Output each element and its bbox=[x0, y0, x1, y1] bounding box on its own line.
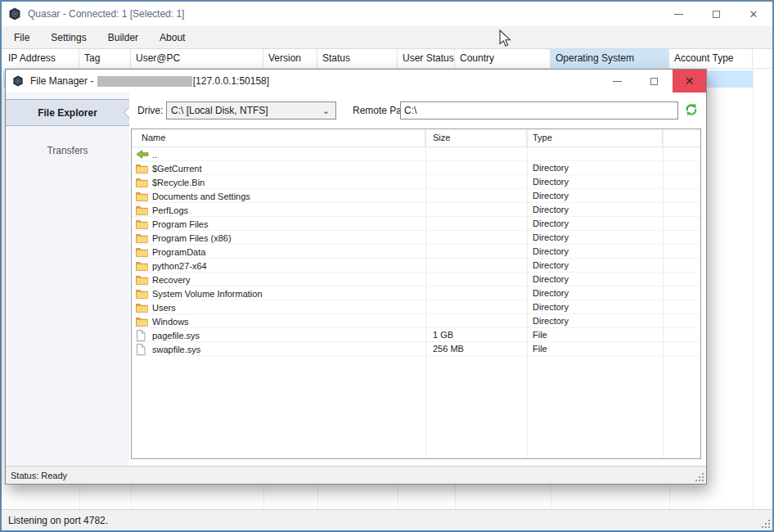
file-type: Directory bbox=[533, 189, 663, 203]
column-header-name[interactable]: Name bbox=[132, 129, 425, 147]
file-size bbox=[433, 175, 527, 189]
fm-maximize-button[interactable] bbox=[636, 70, 673, 92]
file-type: Directory bbox=[533, 203, 663, 217]
minimize-icon bbox=[613, 81, 622, 82]
file-name: Windows bbox=[152, 315, 189, 328]
file-size bbox=[433, 231, 527, 245]
chevron-down-icon: ⌄ bbox=[322, 106, 330, 116]
file-manager-title-prefix: File Manager - bbox=[30, 75, 97, 87]
menu-item-builder[interactable]: Builder bbox=[97, 26, 149, 48]
folder-icon bbox=[136, 246, 149, 257]
file-row[interactable]: Program Files (x86) Directory bbox=[132, 231, 700, 245]
file-row[interactable]: .. bbox=[132, 147, 700, 161]
file-type: Directory bbox=[533, 300, 663, 314]
file-size bbox=[433, 273, 527, 286]
file-row[interactable]: Users Directory bbox=[132, 300, 700, 314]
file-size bbox=[433, 147, 527, 161]
fm-status-text: Status: Ready bbox=[11, 471, 67, 480]
column-header-status[interactable]: Status bbox=[317, 49, 398, 69]
file-name: pagefile.sys bbox=[152, 329, 200, 342]
file-size bbox=[433, 314, 527, 328]
close-button[interactable]: ✕ bbox=[735, 2, 772, 26]
file-name: System Volume Information bbox=[152, 287, 263, 300]
file-list-header: Name Size Type bbox=[132, 129, 700, 147]
close-icon: ✕ bbox=[749, 9, 758, 20]
file-row[interactable]: python27-x64 Directory bbox=[132, 259, 700, 273]
maximize-icon bbox=[650, 78, 658, 85]
file-name: Users bbox=[152, 301, 176, 314]
file-name: swapfile.sys bbox=[152, 343, 200, 356]
file-icon bbox=[136, 330, 149, 340]
file-type: Directory bbox=[533, 259, 663, 273]
fm-close-button[interactable]: ✕ bbox=[673, 70, 706, 92]
quasar-logo-icon bbox=[12, 75, 24, 87]
file-row[interactable]: Program Files Directory bbox=[132, 217, 700, 231]
folder-icon bbox=[136, 191, 149, 201]
fm-minimize-button[interactable] bbox=[599, 70, 636, 92]
folder-icon bbox=[136, 232, 149, 243]
column-header-user-status[interactable]: User Status bbox=[398, 49, 455, 69]
file-row[interactable]: Windows Directory bbox=[132, 314, 700, 328]
column-header-version[interactable]: Version bbox=[263, 49, 317, 69]
column-header-country[interactable]: Country bbox=[455, 49, 551, 69]
menu-item-about[interactable]: About bbox=[149, 26, 196, 48]
resize-grip-icon[interactable] bbox=[761, 519, 771, 529]
file-type: Directory bbox=[533, 161, 663, 175]
quasar-logo-icon bbox=[8, 7, 21, 20]
minimize-button[interactable] bbox=[659, 2, 697, 26]
file-type: Directory bbox=[533, 286, 663, 300]
file-row[interactable]: Recovery Directory bbox=[132, 273, 700, 286]
file-size bbox=[433, 245, 527, 259]
column-header-ip-address[interactable]: IP Address bbox=[3, 49, 79, 69]
folder-icon bbox=[136, 205, 149, 215]
file-row[interactable]: pagefile.sys 1 GB File bbox=[132, 328, 700, 342]
file-type: Directory bbox=[533, 245, 663, 259]
drive-select[interactable]: C:\ [Local Disk, NTFS] ⌄ bbox=[166, 101, 336, 119]
folder-icon bbox=[136, 302, 149, 313]
resize-grip-icon[interactable] bbox=[695, 472, 704, 482]
file-size bbox=[433, 203, 527, 217]
file-type bbox=[533, 147, 663, 161]
file-row[interactable]: swapfile.sys 256 MB File bbox=[132, 342, 700, 356]
folder-icon bbox=[136, 219, 149, 229]
main-titlebar: Quasar - Connected: 1 [Selected: 1] ✕ bbox=[2, 2, 772, 26]
file-type: Directory bbox=[533, 231, 663, 245]
column-header-operating-system[interactable]: Operating System bbox=[551, 49, 669, 69]
file-explorer-panel: Drive: C:\ [Local Disk, NTFS] ⌄ Remote P… bbox=[129, 92, 706, 466]
refresh-icon bbox=[684, 102, 699, 117]
file-manager-statusbar: Status: Ready bbox=[6, 466, 706, 484]
column-header-user-pc[interactable]: User@PC bbox=[131, 49, 263, 69]
column-header-tag[interactable]: Tag bbox=[79, 49, 131, 69]
file-row[interactable]: $Recycle.Bin Directory bbox=[132, 175, 700, 189]
folder-icon bbox=[136, 316, 149, 327]
file-rows: .. $GetCurrent Directory $Recycle.Bin Di… bbox=[132, 147, 700, 356]
column-header-extra bbox=[663, 129, 700, 147]
file-row[interactable]: $GetCurrent Directory bbox=[132, 161, 700, 175]
column-header-account-type[interactable]: Account Type bbox=[669, 49, 753, 69]
column-header-type[interactable]: Type bbox=[527, 129, 663, 147]
folder-icon bbox=[136, 274, 149, 285]
refresh-button[interactable] bbox=[683, 102, 700, 119]
grid-line bbox=[753, 69, 754, 509]
tab-transfers[interactable]: Transfers bbox=[6, 137, 129, 164]
file-name: python27-x64 bbox=[152, 259, 207, 273]
menu-item-settings[interactable]: Settings bbox=[40, 26, 97, 48]
tab-file-explorer[interactable]: File Explorer bbox=[6, 99, 129, 126]
file-size: 256 MB bbox=[433, 342, 527, 356]
file-list: Name Size Type .. $GetCurrent Directory … bbox=[131, 128, 701, 459]
listening-status-text: Listening on port 4782. bbox=[8, 515, 108, 526]
up-icon bbox=[136, 149, 149, 160]
file-name: Program Files bbox=[152, 218, 208, 231]
file-row[interactable]: Documents and Settings Directory bbox=[132, 189, 700, 203]
file-row[interactable]: ProgramData Directory bbox=[132, 245, 700, 259]
file-row[interactable]: PerfLogs Directory bbox=[132, 203, 700, 217]
file-row[interactable]: System Volume Information Directory bbox=[132, 286, 700, 300]
column-header-size[interactable]: Size bbox=[425, 129, 527, 147]
maximize-button[interactable] bbox=[697, 2, 735, 26]
file-type: Directory bbox=[533, 273, 663, 286]
file-size bbox=[433, 189, 527, 203]
remote-path-input[interactable] bbox=[400, 101, 678, 119]
main-menubar: FileSettingsBuilderAbout bbox=[2, 26, 772, 49]
menu-item-file[interactable]: File bbox=[3, 26, 40, 48]
drive-select-value: C:\ [Local Disk, NTFS] bbox=[171, 105, 268, 116]
